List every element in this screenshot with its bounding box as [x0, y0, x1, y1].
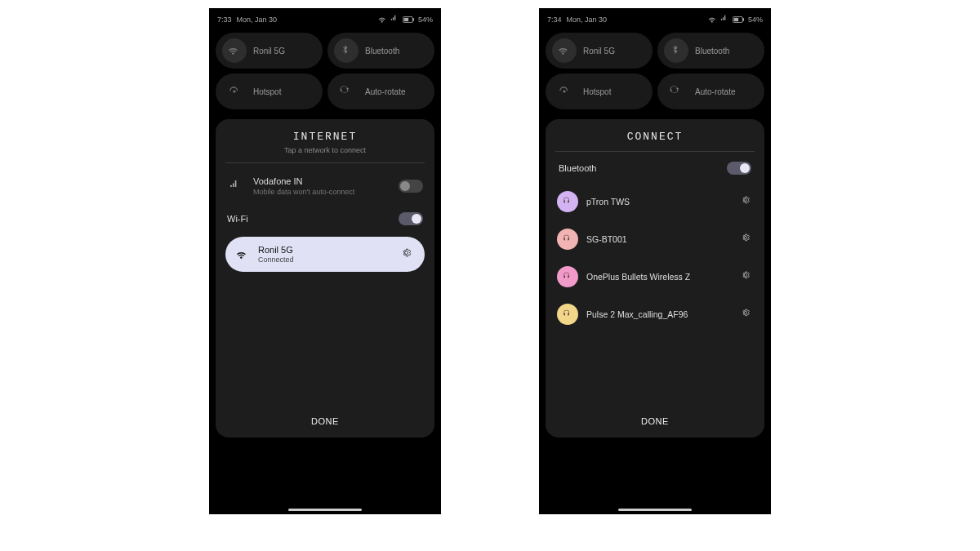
network-status: Connected: [258, 256, 394, 264]
device-row[interactable]: OnePlus Bullets Wireless Z: [555, 258, 755, 295]
nav-pill[interactable]: [288, 509, 362, 511]
wifi-master-row[interactable]: Wi-Fi: [225, 204, 425, 233]
internet-panel: INTERNET Tap a network to connect Vodafo…: [216, 119, 434, 438]
tile-hotspot[interactable]: Hotspot: [216, 73, 323, 109]
carrier-note: Mobile data won't auto-connect: [253, 188, 390, 196]
battery-icon: [403, 15, 416, 24]
panel-title: INTERNET: [225, 131, 425, 143]
wifi-icon: [235, 248, 250, 261]
connect-panel: CONNECT Bluetooth pTron TWSSG-BT001OnePl…: [546, 119, 764, 438]
autorotate-icon: [664, 79, 688, 104]
battery-pct: 54%: [418, 16, 433, 24]
device-row[interactable]: SG-BT001: [555, 220, 755, 258]
bluetooth-label: Bluetooth: [559, 163, 596, 173]
gear-icon[interactable]: [742, 271, 753, 282]
tile-label: Bluetooth: [695, 47, 729, 56]
phone-right: 7:34 Mon, Jan 30 54% Ronil 5G Bluetooth …: [539, 8, 771, 514]
divider: [555, 151, 755, 152]
device-list: pTron TWSSG-BT001OnePlus Bullets Wireles…: [555, 183, 755, 333]
signal-icon: [720, 15, 730, 24]
tile-label: Hotspot: [253, 87, 281, 96]
signal-icon: [390, 15, 400, 24]
wifi-icon: [552, 38, 577, 63]
network-ssid: Ronil 5G: [258, 245, 394, 255]
wifi-icon: [378, 15, 388, 24]
tile-bluetooth[interactable]: Bluetooth: [327, 33, 434, 69]
wifi-network-row[interactable]: Ronil 5G Connected: [225, 237, 425, 272]
headphone-icon: [557, 229, 578, 250]
headphone-icon: [557, 266, 578, 287]
wifi-icon: [222, 38, 247, 63]
wifi-toggle[interactable]: [399, 212, 423, 225]
panel-subtitle: Tap a network to connect: [225, 146, 425, 154]
tile-wifi[interactable]: Ronil 5G: [546, 33, 653, 69]
bluetooth-master-row[interactable]: Bluetooth: [555, 157, 755, 183]
phone-left: 7:33 Mon, Jan 30 54% Ronil 5G Bluetooth …: [209, 8, 441, 514]
mobile-data-toggle[interactable]: [399, 180, 423, 193]
status-date: Mon, Jan 30: [567, 16, 608, 24]
autorotate-icon: [334, 79, 359, 104]
divider: [225, 162, 425, 163]
carrier-row[interactable]: Vodafone IN Mobile data won't auto-conne…: [225, 168, 425, 204]
tile-hotspot[interactable]: Hotspot: [546, 73, 653, 109]
tile-label: Auto-rotate: [365, 87, 405, 96]
device-name: OnePlus Bullets Wireless Z: [586, 272, 733, 282]
status-bar: 7:34 Mon, Jan 30 54%: [539, 8, 771, 26]
panel-title: CONNECT: [555, 131, 755, 143]
wifi-icon: [708, 15, 718, 24]
headphone-icon: [557, 191, 578, 212]
hotspot-icon: [222, 79, 247, 104]
done-button[interactable]: DONE: [555, 408, 755, 429]
device-row[interactable]: pTron TWS: [555, 183, 755, 220]
device-name: pTron TWS: [586, 197, 733, 207]
tile-label: Hotspot: [583, 87, 611, 96]
tile-label: Bluetooth: [365, 47, 399, 56]
status-time: 7:34: [547, 16, 562, 24]
wifi-label: Wi-Fi: [227, 214, 248, 224]
gear-icon[interactable]: [742, 196, 753, 207]
bluetooth-icon: [664, 38, 688, 63]
gear-icon[interactable]: [742, 233, 753, 245]
hotspot-icon: [552, 79, 577, 104]
gear-icon[interactable]: [402, 248, 415, 261]
device-name: Pulse 2 Max_calling_AF96: [586, 309, 733, 319]
gear-icon[interactable]: [742, 309, 753, 320]
tile-label: Ronil 5G: [583, 47, 615, 56]
battery-pct: 54%: [748, 16, 763, 24]
nav-pill[interactable]: [618, 509, 692, 511]
tile-wifi[interactable]: Ronil 5G: [216, 33, 323, 69]
done-button[interactable]: DONE: [225, 408, 425, 429]
bluetooth-icon: [334, 38, 359, 63]
tile-label: Ronil 5G: [253, 47, 285, 56]
headphone-icon: [557, 304, 578, 325]
tile-bluetooth[interactable]: Bluetooth: [657, 33, 764, 69]
tile-autorotate[interactable]: Auto-rotate: [327, 73, 434, 109]
device-name: SG-BT001: [586, 234, 733, 244]
tile-autorotate[interactable]: Auto-rotate: [657, 73, 764, 109]
device-row[interactable]: Pulse 2 Max_calling_AF96: [555, 295, 755, 333]
tile-label: Auto-rotate: [695, 87, 735, 96]
status-bar: 7:33 Mon, Jan 30 54%: [209, 8, 441, 26]
battery-icon: [733, 15, 746, 24]
signal-icon: [227, 180, 245, 193]
status-time: 7:33: [217, 16, 232, 24]
bluetooth-toggle[interactable]: [727, 162, 751, 175]
quick-settings: Ronil 5G Bluetooth Hotspot Auto-rotate: [209, 26, 441, 113]
carrier-name: Vodafone IN: [253, 176, 390, 186]
quick-settings: Ronil 5G Bluetooth Hotspot Auto-rotate: [539, 26, 771, 113]
status-date: Mon, Jan 30: [237, 16, 278, 24]
